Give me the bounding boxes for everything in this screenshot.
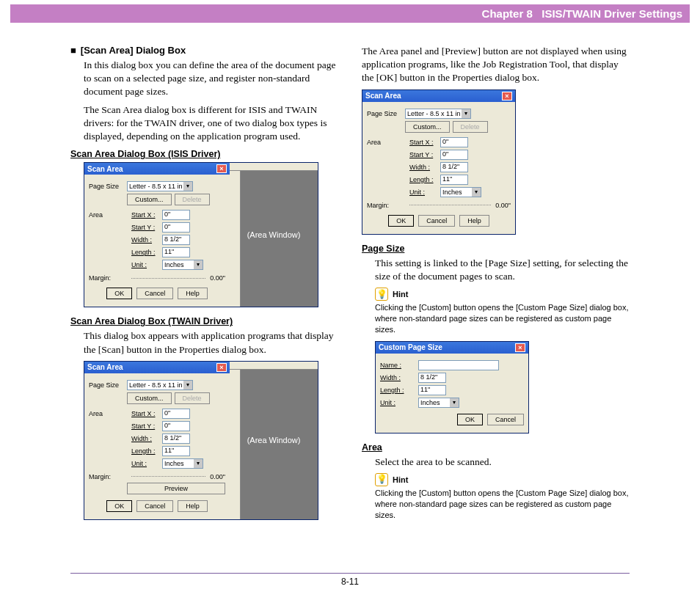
margin-slider[interactable] bbox=[131, 476, 205, 477]
section-paragraph: In this dialog box you can define the ar… bbox=[70, 59, 338, 99]
close-icon[interactable]: × bbox=[502, 92, 512, 100]
starty-input[interactable]: 0" bbox=[162, 222, 190, 233]
right-column: The Area panel and [Preview] button are … bbox=[362, 45, 630, 529]
cancel-button[interactable]: Cancel bbox=[136, 288, 173, 299]
section-paragraph: This setting is linked to the [Page Size… bbox=[362, 257, 630, 283]
hint-label: Hint bbox=[393, 290, 408, 299]
name-input[interactable] bbox=[418, 360, 499, 370]
ok-button[interactable]: OK bbox=[106, 288, 132, 299]
help-button[interactable]: Help bbox=[178, 288, 208, 299]
custom-button[interactable]: Custom... bbox=[127, 194, 172, 205]
close-icon[interactable]: × bbox=[216, 164, 227, 173]
section-paragraph: Select the area to be scanned. bbox=[362, 456, 630, 469]
chevron-down-icon: ▾ bbox=[194, 260, 203, 269]
preview-button[interactable]: Preview bbox=[127, 483, 225, 494]
page-footer: 8-11 bbox=[70, 573, 630, 587]
chevron-down-icon: ▾ bbox=[183, 182, 192, 191]
hint-text: Clicking the [Custom] button opens the [… bbox=[375, 488, 630, 521]
dialog-titlebar: Scan Area × bbox=[84, 163, 230, 175]
area-heading: Area bbox=[362, 442, 630, 453]
pagesize-heading: Page Size bbox=[362, 244, 630, 254]
isis-heading: Scan Area Dialog Box (ISIS Driver) bbox=[70, 149, 338, 159]
help-button[interactable]: Help bbox=[178, 500, 208, 512]
scan-area-dialog-compact: Scan Area× Page SizeLetter - 8.5 x 11 in… bbox=[362, 89, 516, 235]
page-number: 8-11 bbox=[341, 577, 359, 587]
field-label: Margin: bbox=[89, 274, 127, 282]
left-column: ■[Scan Area] Dialog Box In this dialog b… bbox=[70, 45, 338, 529]
area-preview-panel: (Area Window) bbox=[230, 163, 318, 307]
square-bullet-icon: ■ bbox=[70, 45, 76, 56]
lightbulb-icon: 💡 bbox=[375, 473, 388, 486]
close-icon[interactable]: × bbox=[515, 343, 525, 352]
length-input[interactable]: 11" bbox=[162, 247, 190, 257]
scan-area-dialog-isis: Scan Area × Page Size Letter - 8.5 x 11 … bbox=[84, 162, 318, 307]
scan-area-dialog-twain: Scan Area× Page Size Letter - 8.5 x 11 i… bbox=[84, 361, 318, 520]
field-label: Page Size bbox=[89, 183, 127, 190]
hint-text: Clicking the [Custom] button opens the [… bbox=[375, 302, 630, 335]
cancel-button[interactable]: Cancel bbox=[136, 500, 173, 512]
chapter-title: ISIS/TWAIN Driver Settings bbox=[542, 7, 682, 20]
dialog-title: Scan Area bbox=[87, 165, 123, 173]
unit-select[interactable]: Inches▾ bbox=[162, 260, 203, 270]
chapter-header: Chapter 8 ISIS/TWAIN Driver Settings bbox=[10, 4, 690, 23]
chapter-number: Chapter 8 bbox=[482, 7, 533, 20]
delete-button[interactable]: Delete bbox=[175, 194, 210, 205]
page-size-select[interactable]: Letter - 8.5 x 11 in▾ bbox=[127, 380, 193, 390]
lightbulb-icon: 💡 bbox=[375, 288, 388, 301]
custom-button[interactable]: Custom... bbox=[127, 392, 172, 404]
section-paragraph: The Area panel and [Preview] button are … bbox=[362, 45, 630, 85]
field-label: Area bbox=[89, 211, 127, 219]
section-title: ■[Scan Area] Dialog Box bbox=[70, 45, 338, 56]
section-paragraph: The Scan Area dialog box is different fo… bbox=[70, 103, 338, 144]
margin-slider[interactable] bbox=[131, 278, 205, 279]
ok-button[interactable]: OK bbox=[106, 500, 132, 512]
close-icon[interactable]: × bbox=[216, 363, 227, 372]
startx-input[interactable]: 0" bbox=[162, 210, 190, 220]
width-input[interactable]: 8 1/2" bbox=[162, 235, 190, 245]
section-paragraph: This dialog box appears with application… bbox=[70, 329, 338, 356]
delete-button[interactable]: Delete bbox=[175, 392, 210, 404]
custom-page-size-dialog: Custom Page Size× Name : Width :8 1/2" L… bbox=[375, 341, 529, 433]
area-preview-panel: (Area Window) bbox=[230, 362, 318, 519]
page-size-select[interactable]: Letter - 8.5 x 11 in▾ bbox=[127, 181, 193, 191]
twain-heading: Scan Area Dialog Box (TWAIN Driver) bbox=[70, 316, 338, 326]
hint-label: Hint bbox=[393, 475, 408, 484]
